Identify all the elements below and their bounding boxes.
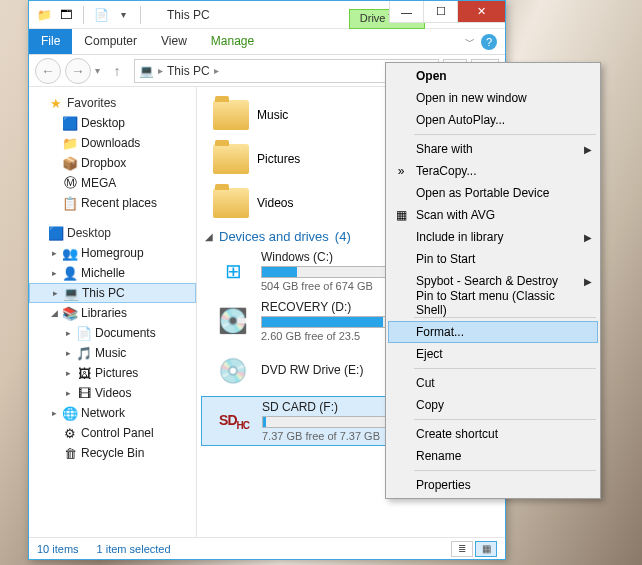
tree-item[interactable]: 📦Dropbox bbox=[29, 153, 196, 173]
menu-separator bbox=[414, 470, 596, 471]
maximize-button[interactable]: ☐ bbox=[423, 1, 457, 23]
tree-item-icon: 📦 bbox=[61, 156, 79, 171]
tree-item[interactable]: ⚙Control Panel bbox=[29, 423, 196, 443]
context-menu: OpenOpen in new windowOpen AutoPlay...Sh… bbox=[385, 62, 601, 499]
folder-icon bbox=[213, 144, 249, 174]
expand-icon[interactable]: ▸ bbox=[47, 408, 61, 418]
close-button[interactable]: ✕ bbox=[457, 1, 505, 23]
tree-item[interactable]: ▸👤Michelle bbox=[29, 263, 196, 283]
tree-item[interactable]: ◢📚Libraries bbox=[29, 303, 196, 323]
view-details-button[interactable]: ≣ bbox=[451, 541, 473, 557]
tree-item[interactable]: ▸🖼Pictures bbox=[29, 363, 196, 383]
view-tiles-button[interactable]: ▦ bbox=[475, 541, 497, 557]
menu-item-label: Open as Portable Device bbox=[416, 186, 549, 200]
ribbon: File Computer View Manage ﹀ ? bbox=[29, 29, 505, 55]
separator bbox=[83, 6, 84, 24]
breadcrumb-chevron-icon[interactable]: ▸ bbox=[158, 65, 163, 76]
properties-icon[interactable]: 🗔 bbox=[57, 6, 75, 24]
tree-item[interactable]: 📁Downloads bbox=[29, 133, 196, 153]
menu-item-icon: » bbox=[392, 164, 410, 178]
expand-icon[interactable]: ◢ bbox=[47, 308, 61, 318]
forward-button[interactable]: → bbox=[65, 58, 91, 84]
tree-item-icon: 🎵 bbox=[75, 346, 93, 361]
menu-item-label: Include in library bbox=[416, 230, 503, 244]
menu-item[interactable]: Properties bbox=[388, 474, 598, 496]
tab-file[interactable]: File bbox=[29, 29, 72, 54]
tree-item-label: Libraries bbox=[79, 306, 127, 320]
menu-item[interactable]: Format... bbox=[388, 321, 598, 343]
expand-icon[interactable]: ▸ bbox=[61, 328, 75, 338]
expand-icon[interactable]: ▸ bbox=[61, 348, 75, 358]
newfolder-icon[interactable]: 📄 bbox=[92, 6, 110, 24]
tree-item-label: Recycle Bin bbox=[79, 446, 144, 460]
minimize-button[interactable]: — bbox=[389, 1, 423, 23]
status-bar: 10 items 1 item selected ≣ ▦ bbox=[29, 537, 505, 559]
tree-item[interactable]: 🗑Recycle Bin bbox=[29, 443, 196, 463]
separator bbox=[140, 6, 141, 24]
menu-item[interactable]: »TeraCopy... bbox=[388, 160, 598, 182]
tab-view[interactable]: View bbox=[149, 29, 199, 54]
menu-item[interactable]: Pin to Start bbox=[388, 248, 598, 270]
menu-item[interactable]: Eject bbox=[388, 343, 598, 365]
menu-item[interactable]: Pin to Start menu (Classic Shell) bbox=[388, 292, 598, 314]
history-dropdown-icon[interactable]: ▾ bbox=[95, 65, 100, 76]
tree-item[interactable]: 📋Recent places bbox=[29, 193, 196, 213]
menu-item[interactable]: Create shortcut bbox=[388, 423, 598, 445]
expand-icon[interactable]: ▸ bbox=[47, 268, 61, 278]
drive-icon: SDHC bbox=[214, 405, 254, 437]
menu-separator bbox=[414, 317, 596, 318]
tree-item[interactable]: ▸🎞Videos bbox=[29, 383, 196, 403]
tree-item[interactable]: 🟦Desktop bbox=[29, 113, 196, 133]
menu-item[interactable]: Rename bbox=[388, 445, 598, 467]
menu-item[interactable]: Cut bbox=[388, 372, 598, 394]
tree-item-label: Videos bbox=[93, 386, 131, 400]
folder-icon bbox=[213, 188, 249, 218]
tree-item-icon: 🎞 bbox=[75, 386, 93, 401]
tree-item-icon: 📚 bbox=[61, 306, 79, 321]
folder-icon: 📁 bbox=[35, 6, 53, 24]
qat-menu-icon[interactable]: ▾ bbox=[114, 6, 132, 24]
tree-item[interactable]: ⓂMEGA bbox=[29, 173, 196, 193]
tree-item-label: Dropbox bbox=[79, 156, 126, 170]
up-button[interactable]: ↑ bbox=[104, 58, 130, 84]
menu-item[interactable]: Open in new window bbox=[388, 87, 598, 109]
menu-item[interactable]: Open bbox=[388, 65, 598, 87]
tab-computer[interactable]: Computer bbox=[72, 29, 149, 54]
expand-icon[interactable]: ▸ bbox=[47, 248, 61, 258]
menu-item[interactable]: Share with▶ bbox=[388, 138, 598, 160]
tree-item[interactable]: ▸📄Documents bbox=[29, 323, 196, 343]
tree-item[interactable]: ▸👥Homegroup bbox=[29, 243, 196, 263]
tree-header-desktop[interactable]: 🟦 Desktop bbox=[29, 223, 196, 243]
tree-item-icon: 👤 bbox=[61, 266, 79, 281]
tab-manage[interactable]: Manage bbox=[199, 29, 266, 54]
menu-item-label: Pin to Start bbox=[416, 252, 475, 266]
menu-item-label: TeraCopy... bbox=[416, 164, 476, 178]
menu-item-label: Format... bbox=[416, 325, 464, 339]
folder-label: Videos bbox=[257, 196, 293, 210]
breadcrumb-location[interactable]: This PC bbox=[167, 64, 210, 78]
menu-item[interactable]: Copy bbox=[388, 394, 598, 416]
menu-separator bbox=[414, 368, 596, 369]
help-icon[interactable]: ? bbox=[481, 34, 497, 50]
menu-item[interactable]: Include in library▶ bbox=[388, 226, 598, 248]
collapse-icon[interactable]: ◢ bbox=[205, 231, 213, 242]
tree-item[interactable]: ▸💻This PC bbox=[29, 283, 196, 303]
tree-label: Desktop bbox=[65, 226, 111, 240]
ribbon-collapse-icon[interactable]: ﹀ bbox=[465, 35, 475, 49]
menu-item-label: Rename bbox=[416, 449, 461, 463]
menu-item-label: Share with bbox=[416, 142, 473, 156]
breadcrumb-chevron-icon[interactable]: ▸ bbox=[214, 65, 219, 76]
tree-item-icon: 👥 bbox=[61, 246, 79, 261]
tree-item-icon: 🗑 bbox=[61, 446, 79, 461]
tree-item[interactable]: ▸🌐Network bbox=[29, 403, 196, 423]
expand-icon[interactable]: ▸ bbox=[61, 368, 75, 378]
menu-item-label: Eject bbox=[416, 347, 443, 361]
menu-item[interactable]: ▦Scan with AVG bbox=[388, 204, 598, 226]
tree-item[interactable]: ▸🎵Music bbox=[29, 343, 196, 363]
expand-icon[interactable]: ▸ bbox=[61, 388, 75, 398]
expand-icon[interactable]: ▸ bbox=[48, 288, 62, 298]
back-button[interactable]: ← bbox=[35, 58, 61, 84]
menu-item[interactable]: Open AutoPlay... bbox=[388, 109, 598, 131]
menu-item[interactable]: Open as Portable Device bbox=[388, 182, 598, 204]
tree-header-favorites[interactable]: ★ Favorites bbox=[29, 93, 196, 113]
